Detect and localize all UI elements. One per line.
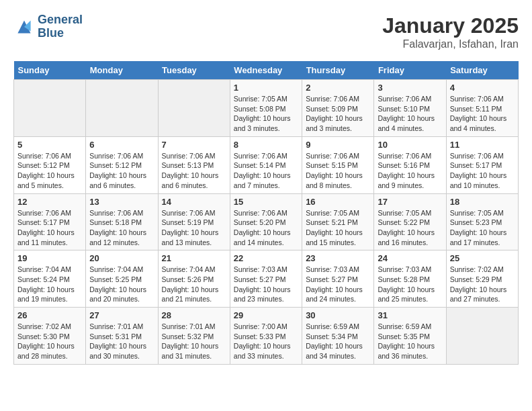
calendar-cell: [14, 80, 86, 137]
calendar-table: SundayMondayTuesdayWednesdayThursdayFrid…: [13, 61, 519, 365]
day-number: 22: [234, 253, 298, 263]
day-info: Sunrise: 7:03 AMSunset: 5:27 PMDaylight:…: [306, 265, 370, 304]
day-info: Sunrise: 7:06 AMSunset: 5:09 PMDaylight:…: [306, 94, 370, 134]
day-number: 21: [162, 253, 226, 263]
weekday-header-tuesday: Tuesday: [158, 61, 230, 80]
calendar-week-5: 26Sunrise: 7:02 AMSunset: 5:30 PMDayligh…: [14, 308, 519, 365]
day-number: 8: [234, 140, 298, 150]
day-number: 12: [17, 197, 82, 207]
day-info: Sunrise: 7:06 AMSunset: 5:16 PMDaylight:…: [378, 151, 442, 191]
day-info: Sunrise: 7:03 AMSunset: 5:28 PMDaylight:…: [378, 265, 442, 304]
calendar-cell: 10Sunrise: 7:06 AMSunset: 5:16 PMDayligh…: [374, 136, 446, 193]
page-header: General Blue January 2025 Falavarjan, Is…: [13, 13, 519, 50]
day-number: 11: [450, 140, 515, 150]
day-info: Sunrise: 7:06 AMSunset: 5:17 PMDaylight:…: [450, 151, 515, 191]
day-info: Sunrise: 7:05 AMSunset: 5:23 PMDaylight:…: [450, 208, 515, 248]
calendar-week-4: 19Sunrise: 7:04 AMSunset: 5:24 PMDayligh…: [14, 250, 519, 308]
day-number: 1: [234, 83, 298, 93]
day-number: 31: [378, 310, 442, 320]
day-info: Sunrise: 7:06 AMSunset: 5:18 PMDaylight:…: [89, 208, 154, 248]
day-number: 25: [450, 253, 515, 263]
day-number: 30: [306, 310, 370, 320]
calendar-cell: 5Sunrise: 7:06 AMSunset: 5:12 PMDaylight…: [14, 136, 86, 193]
calendar-cell: 24Sunrise: 7:03 AMSunset: 5:28 PMDayligh…: [374, 250, 446, 308]
day-info: Sunrise: 7:01 AMSunset: 5:32 PMDaylight:…: [162, 322, 226, 361]
day-number: 28: [162, 310, 226, 320]
day-info: Sunrise: 7:06 AMSunset: 5:19 PMDaylight:…: [162, 208, 226, 248]
day-info: Sunrise: 7:05 AMSunset: 5:21 PMDaylight:…: [306, 208, 370, 248]
day-number: 7: [162, 140, 226, 150]
calendar-cell: 7Sunrise: 7:06 AMSunset: 5:13 PMDaylight…: [158, 136, 230, 193]
calendar-cell: 25Sunrise: 7:02 AMSunset: 5:29 PMDayligh…: [446, 250, 518, 308]
day-number: 5: [17, 140, 82, 150]
day-number: 6: [89, 140, 154, 150]
day-info: Sunrise: 7:01 AMSunset: 5:31 PMDaylight:…: [89, 322, 154, 361]
weekday-header-sunday: Sunday: [14, 61, 86, 80]
day-info: Sunrise: 7:05 AMSunset: 5:08 PMDaylight:…: [234, 94, 298, 134]
calendar-cell: 23Sunrise: 7:03 AMSunset: 5:27 PMDayligh…: [302, 250, 374, 308]
calendar-cell: 26Sunrise: 7:02 AMSunset: 5:30 PMDayligh…: [14, 308, 86, 365]
calendar-cell: 16Sunrise: 7:05 AMSunset: 5:21 PMDayligh…: [302, 193, 374, 250]
logo-icon: [13, 16, 35, 38]
day-info: Sunrise: 7:06 AMSunset: 5:10 PMDaylight:…: [378, 94, 442, 134]
calendar-cell: 15Sunrise: 7:06 AMSunset: 5:20 PMDayligh…: [230, 193, 302, 250]
calendar-cell: 19Sunrise: 7:04 AMSunset: 5:24 PMDayligh…: [14, 250, 86, 308]
day-info: Sunrise: 7:06 AMSunset: 5:20 PMDaylight:…: [234, 208, 298, 248]
day-info: Sunrise: 7:04 AMSunset: 5:24 PMDaylight:…: [17, 265, 82, 304]
calendar-week-3: 12Sunrise: 7:06 AMSunset: 5:17 PMDayligh…: [14, 193, 519, 250]
calendar-cell: 3Sunrise: 7:06 AMSunset: 5:10 PMDaylight…: [374, 80, 446, 137]
calendar-cell: 31Sunrise: 6:59 AMSunset: 5:35 PMDayligh…: [374, 308, 446, 365]
day-info: Sunrise: 6:59 AMSunset: 5:34 PMDaylight:…: [306, 322, 370, 361]
calendar-cell: [86, 80, 158, 137]
day-number: 9: [306, 140, 370, 150]
weekday-header-thursday: Thursday: [302, 61, 374, 80]
day-number: 18: [450, 197, 515, 207]
calendar-cell: 28Sunrise: 7:01 AMSunset: 5:32 PMDayligh…: [158, 308, 230, 365]
calendar-cell: 9Sunrise: 7:06 AMSunset: 5:15 PMDaylight…: [302, 136, 374, 193]
day-number: 10: [378, 140, 442, 150]
day-info: Sunrise: 7:06 AMSunset: 5:12 PMDaylight:…: [17, 151, 82, 191]
day-info: Sunrise: 7:06 AMSunset: 5:13 PMDaylight:…: [162, 151, 226, 191]
calendar-cell: 29Sunrise: 7:00 AMSunset: 5:33 PMDayligh…: [230, 308, 302, 365]
day-info: Sunrise: 7:06 AMSunset: 5:15 PMDaylight:…: [306, 151, 370, 191]
day-number: 19: [17, 253, 82, 263]
day-number: 16: [306, 197, 370, 207]
calendar-cell: 8Sunrise: 7:06 AMSunset: 5:14 PMDaylight…: [230, 136, 302, 193]
day-info: Sunrise: 7:03 AMSunset: 5:27 PMDaylight:…: [234, 265, 298, 304]
day-number: 13: [89, 197, 154, 207]
title-block: January 2025 Falavarjan, Isfahan, Iran: [382, 13, 519, 50]
calendar-cell: 18Sunrise: 7:05 AMSunset: 5:23 PMDayligh…: [446, 193, 518, 250]
calendar-cell: 14Sunrise: 7:06 AMSunset: 5:19 PMDayligh…: [158, 193, 230, 250]
calendar-cell: 6Sunrise: 7:06 AMSunset: 5:12 PMDaylight…: [86, 136, 158, 193]
day-info: Sunrise: 7:05 AMSunset: 5:22 PMDaylight:…: [378, 208, 442, 248]
weekday-header-saturday: Saturday: [446, 61, 518, 80]
day-info: Sunrise: 7:06 AMSunset: 5:12 PMDaylight:…: [89, 151, 154, 191]
calendar-cell: 21Sunrise: 7:04 AMSunset: 5:26 PMDayligh…: [158, 250, 230, 308]
calendar-cell: 20Sunrise: 7:04 AMSunset: 5:25 PMDayligh…: [86, 250, 158, 308]
weekday-header-wednesday: Wednesday: [230, 61, 302, 80]
calendar-cell: 13Sunrise: 7:06 AMSunset: 5:18 PMDayligh…: [86, 193, 158, 250]
calendar-cell: 30Sunrise: 6:59 AMSunset: 5:34 PMDayligh…: [302, 308, 374, 365]
day-number: 20: [89, 253, 154, 263]
location: Falavarjan, Isfahan, Iran: [382, 38, 519, 50]
day-number: 27: [89, 310, 154, 320]
calendar-cell: 17Sunrise: 7:05 AMSunset: 5:22 PMDayligh…: [374, 193, 446, 250]
day-number: 23: [306, 253, 370, 263]
day-number: 29: [234, 310, 298, 320]
calendar-week-2: 5Sunrise: 7:06 AMSunset: 5:12 PMDaylight…: [14, 136, 519, 193]
weekday-header-monday: Monday: [86, 61, 158, 80]
logo: General Blue: [13, 13, 83, 40]
calendar-cell: 22Sunrise: 7:03 AMSunset: 5:27 PMDayligh…: [230, 250, 302, 308]
calendar-cell: [446, 308, 518, 365]
day-info: Sunrise: 7:06 AMSunset: 5:14 PMDaylight:…: [234, 151, 298, 191]
day-info: Sunrise: 7:02 AMSunset: 5:30 PMDaylight:…: [17, 322, 82, 361]
day-number: 15: [234, 197, 298, 207]
calendar-cell: [158, 80, 230, 137]
day-info: Sunrise: 6:59 AMSunset: 5:35 PMDaylight:…: [378, 322, 442, 361]
calendar-cell: 4Sunrise: 7:06 AMSunset: 5:11 PMDaylight…: [446, 80, 518, 137]
calendar-cell: 2Sunrise: 7:06 AMSunset: 5:09 PMDaylight…: [302, 80, 374, 137]
day-info: Sunrise: 7:04 AMSunset: 5:26 PMDaylight:…: [162, 265, 226, 304]
weekday-header-friday: Friday: [374, 61, 446, 80]
calendar-cell: 1Sunrise: 7:05 AMSunset: 5:08 PMDaylight…: [230, 80, 302, 137]
day-number: 26: [17, 310, 82, 320]
